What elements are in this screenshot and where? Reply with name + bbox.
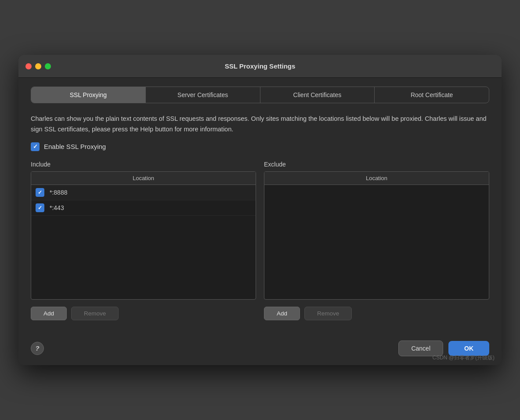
table-row[interactable]: ✓ *:443 <box>31 200 256 216</box>
minimize-button[interactable] <box>35 63 41 69</box>
main-content: SSL Proxying Server Certificates Client … <box>18 78 502 332</box>
row-checkbox-2[interactable]: ✓ <box>36 203 44 212</box>
include-label: Include <box>31 161 256 168</box>
titlebar: SSL Proxying Settings <box>18 55 502 78</box>
ok-button[interactable]: OK <box>448 341 489 356</box>
tab-ssl-proxying[interactable]: SSL Proxying <box>31 87 146 103</box>
include-column: Include Location ✓ *:8888 <box>31 161 256 300</box>
checkmark-icon: ✓ <box>38 205 42 211</box>
enable-ssl-row: ✓ Enable SSL Proxying <box>31 142 489 151</box>
exclude-remove-button[interactable]: Remove <box>304 307 352 320</box>
include-table: Location ✓ *:8888 ✓ <box>31 171 256 300</box>
tab-root-certificate[interactable]: Root Certificate <box>375 87 489 103</box>
row-location-2: *:443 <box>50 204 64 211</box>
enable-ssl-label: Enable SSL Proxying <box>44 143 106 150</box>
exclude-column-header: Location <box>264 172 489 185</box>
include-buttons: Add Remove <box>31 307 256 320</box>
maximize-button[interactable] <box>45 63 51 69</box>
tables-section: Include Location ✓ *:8888 <box>31 161 489 300</box>
ssl-proxying-settings-window: SSL Proxying Settings SSL Proxying Serve… <box>18 55 502 365</box>
table-buttons-row: Add Remove Add Remove <box>31 307 489 320</box>
include-remove-button[interactable]: Remove <box>71 307 119 320</box>
exclude-table: Location <box>264 171 489 300</box>
exclude-table-body <box>264 185 489 299</box>
include-column-header: Location <box>31 172 256 185</box>
tab-server-certificates[interactable]: Server Certificates <box>146 87 260 103</box>
exclude-column: Exclude Location <box>264 161 489 300</box>
checkmark-icon: ✓ <box>38 189 42 196</box>
description-text: Charles can show you the plain text cont… <box>31 114 489 134</box>
exclude-add-button[interactable]: Add <box>264 307 300 320</box>
include-table-body: ✓ *:8888 ✓ *:443 <box>31 185 256 299</box>
row-location-1: *:8888 <box>50 189 67 196</box>
row-checkbox-1[interactable]: ✓ <box>36 188 44 197</box>
include-add-button[interactable]: Add <box>31 307 67 320</box>
enable-ssl-checkbox[interactable]: ✓ <box>31 142 40 151</box>
tab-client-certificates[interactable]: Client Certificates <box>260 87 375 103</box>
watermark: CSDN @归零者罗(升级版) <box>432 354 495 362</box>
traffic-lights <box>25 63 51 69</box>
checkmark-icon: ✓ <box>33 143 38 150</box>
window-title: SSL Proxying Settings <box>225 62 296 70</box>
table-row[interactable]: ✓ *:8888 <box>31 185 256 200</box>
bottom-bar: ? Cancel OK <box>18 333 502 365</box>
help-button[interactable]: ? <box>31 342 44 355</box>
exclude-label: Exclude <box>264 161 489 168</box>
exclude-buttons: Add Remove <box>264 307 489 320</box>
tab-bar: SSL Proxying Server Certificates Client … <box>31 87 489 103</box>
close-button[interactable] <box>25 63 32 69</box>
